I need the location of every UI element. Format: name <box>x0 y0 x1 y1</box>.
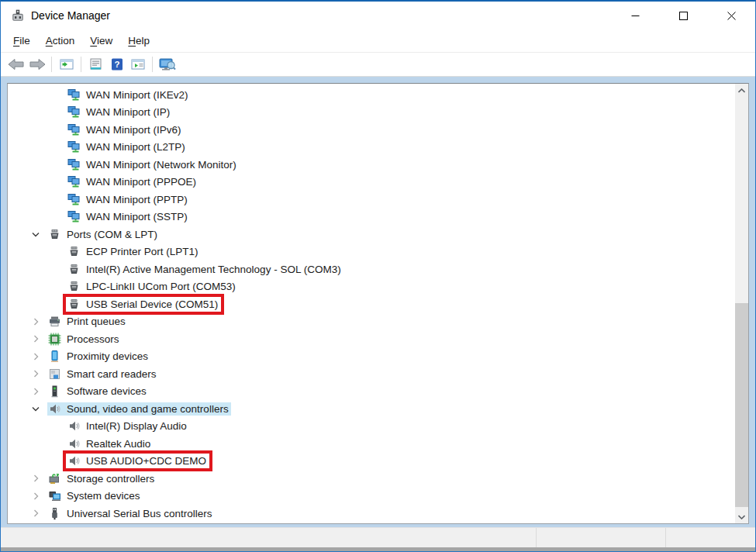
arrow-left-icon <box>8 58 25 71</box>
system-devices-icon <box>48 489 61 502</box>
properties-button[interactable] <box>85 54 106 74</box>
tree-item[interactable]: WAN Miniport (PPPOE) <box>67 175 198 188</box>
tree-item[interactable]: Ports (COM & LPT) <box>47 228 160 241</box>
status-segment-3 <box>666 528 755 547</box>
chevron-down-icon[interactable] <box>29 402 42 415</box>
tree-item-label: Storage controllers <box>67 473 154 485</box>
tree-row: Print queues <box>8 313 735 331</box>
tree-item[interactable]: Intel(R) Active Management Technology - … <box>67 263 343 276</box>
tree-item[interactable]: WAN Miniport (L2TP) <box>67 140 188 154</box>
tree-item[interactable]: WAN Miniport (IKEv2) <box>67 88 191 102</box>
arrow-right-icon <box>29 58 46 71</box>
tree-item[interactable]: Software devices <box>47 385 149 398</box>
tree-item-label: WAN Miniport (IP) <box>86 106 170 118</box>
forward-button[interactable] <box>26 54 47 74</box>
network-adapter-icon <box>67 88 81 102</box>
window-title: Device Manager <box>31 9 110 22</box>
close-button[interactable] <box>707 2 755 29</box>
tree-item[interactable]: Realtek Audio <box>67 437 153 450</box>
tree-item[interactable]: Proximity devices <box>47 350 150 363</box>
tree-item[interactable]: Storage controllers <box>47 472 157 485</box>
chevron-down-icon[interactable] <box>29 228 42 240</box>
chevron-right-icon[interactable] <box>29 316 42 328</box>
tree-item-label: Smart card readers <box>67 368 157 380</box>
properties-icon <box>89 58 102 71</box>
tree-item[interactable]: Sound, video and game controllers <box>47 402 231 416</box>
software-icon <box>48 385 61 398</box>
storage-icon <box>48 472 61 485</box>
tree-row: WAN Miniport (Network Monitor) <box>8 156 735 174</box>
speaker-icon <box>67 437 81 450</box>
tree-item[interactable]: WAN Miniport (SSTP) <box>67 210 190 223</box>
chevron-right-icon[interactable] <box>29 385 42 398</box>
scan-hardware-button[interactable] <box>157 54 178 74</box>
tree-item[interactable]: System devices <box>47 489 143 502</box>
tree-item[interactable]: WAN Miniport (IPv6) <box>67 123 184 136</box>
toolbar-separator <box>51 57 52 72</box>
scroll-up-button[interactable] <box>735 84 748 97</box>
menu-view[interactable]: View <box>82 32 120 50</box>
tree-item[interactable]: USB Serial Device (COM51) <box>67 298 220 311</box>
chevron-right-icon[interactable] <box>29 333 42 345</box>
tree-item-label: WAN Miniport (IPv6) <box>86 124 181 136</box>
tree-item[interactable]: USB AUDIO+CDC DEMO <box>67 454 209 467</box>
tree-item[interactable]: Intel(R) Display Audio <box>67 419 189 433</box>
menu-help[interactable]: Help <box>120 32 157 50</box>
device-tree: WAN Miniport (IKEv2)WAN Miniport (IP)WAN… <box>8 86 735 523</box>
vertical-scrollbar[interactable] <box>735 84 748 523</box>
tree-item-label: Proximity devices <box>67 350 148 362</box>
tree-row: WAN Miniport (SSTP) <box>8 209 735 226</box>
titlebar: Device Manager <box>1 2 755 29</box>
serial-port-icon <box>67 298 81 311</box>
tree-row: Sound, video and game controllers <box>8 400 735 418</box>
maximize-button[interactable] <box>659 2 707 29</box>
usb-icon <box>48 507 61 520</box>
network-adapter-icon <box>67 158 81 171</box>
chevron-right-icon[interactable] <box>29 367 42 380</box>
tree-item[interactable]: Smart card readers <box>47 367 159 381</box>
tree-row: WAN Miniport (L2TP) <box>8 139 735 157</box>
tree-item-label: Print queues <box>67 316 126 327</box>
chevron-right-icon[interactable] <box>29 472 42 485</box>
tree-item-label: WAN Miniport (PPTP) <box>86 194 188 205</box>
tree-item[interactable]: LPC-LinkII UCom Port (COM53) <box>67 280 238 293</box>
minimize-button[interactable] <box>611 2 659 29</box>
scroll-down-button[interactable] <box>735 510 748 523</box>
chevron-right-icon[interactable] <box>29 350 42 363</box>
menu-file[interactable]: File <box>5 32 38 50</box>
tree-item[interactable]: Processors <box>47 333 122 346</box>
tree-row: Universal Serial Bus controllers <box>8 505 735 523</box>
statusbar <box>1 527 755 547</box>
menubar: FileActionViewHelp <box>1 29 755 53</box>
tree-row: Software devices <box>8 383 735 401</box>
tree-item[interactable]: Print queues <box>47 315 128 328</box>
tree-item-label: Software devices <box>67 385 147 397</box>
tree-item[interactable]: WAN Miniport (PPTP) <box>67 193 190 206</box>
tree-row: WAN Miniport (IPv6) <box>8 121 735 139</box>
tree-item[interactable]: Universal Serial Bus controllers <box>47 507 215 520</box>
tree-row: Intel(R) Display Audio <box>8 418 735 436</box>
chevron-right-icon[interactable] <box>29 490 42 502</box>
status-segment-2 <box>537 528 666 547</box>
tree-row: Processors <box>8 330 735 348</box>
help-button[interactable]: ? <box>106 54 127 74</box>
scrollbar-thumb[interactable] <box>735 303 748 507</box>
tree-item-label: Intel(R) Display Audio <box>86 420 187 432</box>
back-button[interactable] <box>5 54 26 74</box>
tree-item[interactable]: WAN Miniport (Network Monitor) <box>67 158 239 171</box>
tree-item[interactable]: ECP Printer Port (LPT1) <box>67 245 201 258</box>
chevron-right-icon[interactable] <box>29 507 42 519</box>
smartcard-icon <box>48 367 61 381</box>
tree-item[interactable]: WAN Miniport (IP) <box>67 105 172 119</box>
show-console-tree-button[interactable] <box>56 54 77 74</box>
tree-row: Ports (COM & LPT) <box>8 226 735 243</box>
tree-row: WAN Miniport (PPTP) <box>8 191 735 209</box>
device-manager-window: Device Manager FileActionViewHelp ? WAN … <box>0 0 756 552</box>
menu-action[interactable]: Action <box>38 32 83 50</box>
action-pane-button[interactable] <box>127 54 148 74</box>
tree-item-label: WAN Miniport (IKEv2) <box>86 89 188 101</box>
network-adapter-icon <box>67 175 81 188</box>
serial-port-icon <box>67 245 81 258</box>
tree-row: WAN Miniport (PPPOE) <box>8 174 735 191</box>
tree-row: Storage controllers <box>8 470 735 488</box>
